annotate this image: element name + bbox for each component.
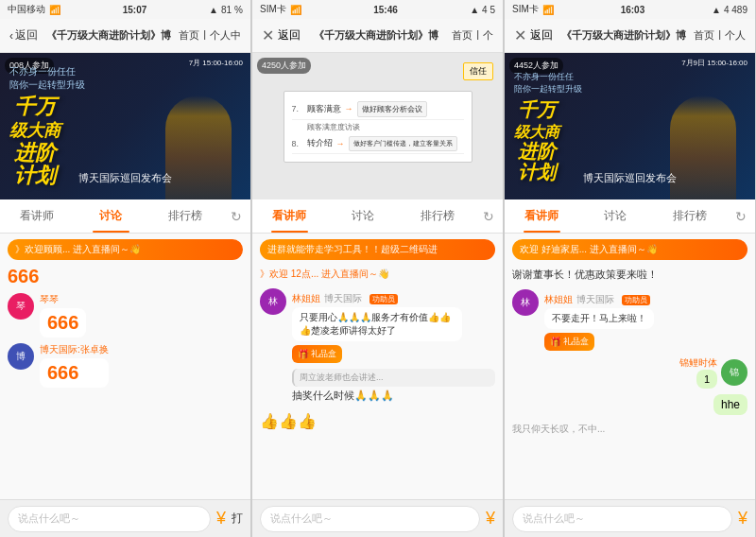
chat-row-1b: 琴 琴琴 666 [8,293,243,338]
tab-lecturer-1[interactable]: 看讲师 [0,199,74,233]
tab-bar-2: 看讲师 讨论 排行榜 ↻ [252,199,503,234]
avatar-1c: 博 [8,343,34,370]
chat-row-3a: 林 林姐姐 博天国际 功助员 不要走开！马上来啦！ 🎁 礼品盒 [512,289,747,351]
chat-row-3c: hhe [512,394,747,415]
avatar-3b: 锦 [721,359,747,386]
quote-text-2: 周立波老师也会讲述... [292,369,495,387]
refresh-icon-1[interactable]: ↻ [222,199,250,233]
wb-num-2a: 7. [292,104,303,113]
nav-profile-2[interactable]: 个 [483,28,493,43]
tab-rank-2[interactable]: 排行榜 [401,199,474,233]
nav-home-1[interactable]: 首页 [179,28,199,43]
reply-text-2: 抽奖什么时候🙏🙏🙏 [292,387,495,405]
wb-trust-2: 信任 [463,62,493,80]
nav-home-2[interactable]: 首页 [452,28,472,43]
quote-msg-2: 周立波老师也会讲述... 抽奖什么时候🙏🙏🙏 [292,369,495,405]
chat-text-1c: 666 [47,362,78,383]
chat-name-2a: 林姐姐 博天国际 功助员 [292,288,462,305]
gift-icon-2a: 🎁 [298,349,309,359]
battery-2: 4 5 [482,5,495,15]
participant-count-2: 4250人参加 [257,58,311,74]
status-right-3: ▲ 4 489 [712,5,747,15]
status-right-2: ▲ 4 5 [470,5,495,15]
refresh-icon-2[interactable]: ↻ [474,199,503,233]
nav-sep-2: | [476,28,479,43]
admin-badge-2a: 功助员 [369,294,398,304]
nav-profile-1[interactable]: 个人中 [210,28,241,43]
chat-name-3a: 林姐姐 博天国际 功助员 [544,289,654,306]
tab-discuss-1[interactable]: 讨论 [74,199,147,233]
tab-lecturer-2[interactable]: 看讲师 [252,199,326,233]
chat-bubble-2a: 只要用心🙏🙏🙏服务才有价值👍👍👍楚凌老师讲得太好了 [292,307,462,341]
yuan-icon-1[interactable]: ¥ [216,509,226,528]
chat-input-3[interactable]: 说点什么吧～ [512,506,732,532]
tab-rank-3[interactable]: 排行榜 [653,199,727,233]
input-placeholder-1: 说点什么吧～ [18,511,80,526]
wb-arrow-2b: → [336,139,345,148]
chat-input-2[interactable]: 说点什么吧～ [260,506,480,532]
admin-badge-3a: 功助员 [622,295,650,305]
chat-thanks-3: 谢谢董事长！优惠政策要来啦！ [512,266,747,284]
video-date-1: 7月 15:00-16:00 [189,58,243,68]
yuan-icon-3[interactable]: ¥ [738,509,747,528]
chat-small-3: 我只仰天长叹，不中... [512,421,747,438]
tab-discuss-2[interactable]: 讨论 [326,199,400,233]
nav-bar-1: ‹ 返回 《千万级大商进阶计划》博 首页 | 个人中 [0,19,250,53]
da-label-1[interactable]: 打 [232,511,243,527]
refresh-icon-3[interactable]: ↻ [727,199,755,233]
close-icon-2[interactable]: ✕ [262,26,274,44]
nav-links-3[interactable]: 首页 | 个人 [694,28,746,43]
nav-title-3: 《千万级大商进阶计划》博 [553,28,694,43]
input-placeholder-2: 说点什么吧～ [270,511,333,526]
avatar-3a: 林 [512,289,539,316]
chat-row-2a: 林 林姐姐 博天国际 功助员 只要用心🙏🙏🙏服务才有价值👍👍👍楚凌老师讲得太好了… [260,288,495,363]
chevron-left-icon-1: ‹ [9,29,13,43]
tab-lecturer-3[interactable]: 看讲师 [505,199,578,233]
carrier-3: SIM卡 [512,3,539,16]
whiteboard-2: 7. 顾客满意 → 做好顾客分析会议 顾客满意度访谈 8. 转介绍 → 做好客户… [284,91,472,163]
welcome-banner-3: 欢迎 好迪家居... 进入直播间～👋 [512,239,747,260]
bubble-wrap-1b: 琴琴 666 [40,293,86,338]
back-button-1[interactable]: ‹ 返回 [9,27,38,43]
chat-area-2: 进群就能带走学习工具！！超级二维码进 》欢迎 12点... 进入直播间～👋 林 … [252,234,503,499]
chat-bubble-3b: 1 [696,370,717,389]
status-right-1: ▲ 81% [209,5,243,15]
welcome-banner-2a: 进群就能带走学习工具！！超级二维码进 [260,239,495,260]
back-label-3[interactable]: 返回 [530,27,553,43]
video-area-3: 4452人参加 不亦身一份任任陪你一起转型升级 千万级大商进阶计划 博天国际巡回… [505,53,755,199]
input-bar-3: 说点什么吧～ ¥ [505,499,755,537]
video-area-1: 008人参加 不亦身一份任任陪你一起转型升级 千万级大商进阶计划 博天国际巡回发… [0,53,250,199]
back-label-2[interactable]: 返回 [278,27,301,43]
video-tagline-3: 不亦身一份任任陪你一起转型升级 [514,71,582,95]
nav-home-3[interactable]: 首页 [694,28,714,43]
chat-row-3b: 锦鲤时体 1 锦 [512,356,747,389]
video-subtitle-1: 博天国际巡回发布会 [0,171,250,185]
chat-name-3b: 锦鲤时体 [679,356,717,370]
signal-1: ▲ [209,5,218,15]
chat-area-1: 》欢迎顾顾... 进入直播间～👋 666 琴 琴琴 666 博 博天国际:张卓换… [0,234,250,499]
chat-bubble-3c: hhe [713,394,747,415]
nav-links-1[interactable]: 首页 | 个人中 [179,28,241,43]
status-left-1: 中国移动 📶 [8,3,60,16]
yuan-icon-2[interactable]: ¥ [486,509,495,528]
emoji-msg-2: 👍👍👍 [260,410,495,432]
nav-profile-3[interactable]: 个人 [725,28,746,43]
signal-3: ▲ [712,5,721,15]
nav-links-2[interactable]: 首页 | 个 [452,28,493,43]
gift-button-2a[interactable]: 🎁 礼品盒 [292,345,342,363]
tab-discuss-3[interactable]: 讨论 [578,199,652,233]
tab-rank-1[interactable]: 排行榜 [148,199,222,233]
chat-msg-1a: 666 [8,266,243,287]
input-placeholder-3: 说点什么吧～ [523,511,585,526]
gift-button-3a[interactable]: 🎁 礼品盒 [544,333,594,351]
nav-title-1: 《千万级大商进阶计划》博 [38,28,179,43]
bubble-wrap-1c: 博天国际:张卓换 666 [40,343,109,388]
chat-row-1c: 博 博天国际:张卓换 666 [8,343,243,388]
signal-2: ▲ [470,5,479,15]
close-icon-3[interactable]: ✕ [514,26,526,44]
chat-area-3: 欢迎 好迪家居... 进入直播间～👋 谢谢董事长！优惠政策要来啦！ 林 林姐姐 … [505,234,755,499]
status-left-3: SIM卡 📶 [512,3,554,16]
chat-input-1[interactable]: 说点什么吧～ [8,506,211,532]
carrier-2: SIM卡 [260,3,286,16]
video-area-2: 4250人参加 信任 7. 顾客满意 → 做好顾客分析会议 顾客满意度访谈 8.… [252,53,503,199]
